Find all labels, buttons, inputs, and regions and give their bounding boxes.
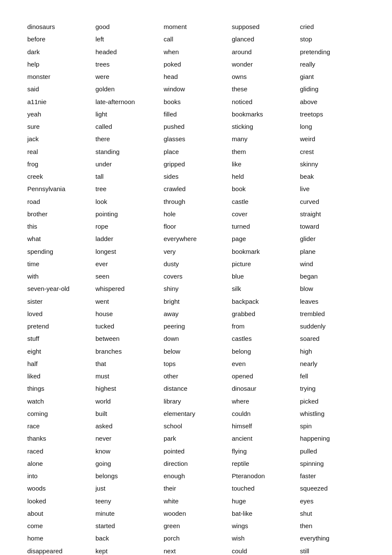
list-item: them (230, 145, 298, 158)
list-item: loved (26, 308, 94, 320)
list-item: branches (94, 345, 162, 357)
list-item: soared (298, 332, 366, 345)
list-item: help (26, 58, 94, 70)
list-item: ancient (230, 432, 298, 445)
list-item: blue (230, 270, 298, 282)
list-item: touched (230, 482, 298, 494)
list-item: hole (162, 208, 230, 220)
list-item: porch (162, 532, 230, 544)
list-item: flying (230, 445, 298, 457)
list-item: going (94, 457, 162, 470)
list-item: woods (26, 482, 94, 494)
list-item: pulled (298, 445, 366, 457)
list-item: liked (26, 370, 94, 382)
list-item: backpack (230, 295, 298, 308)
list-item: bright (162, 295, 230, 308)
list-item: pretend (26, 320, 94, 332)
list-item: silk (230, 282, 298, 295)
list-item: real (26, 145, 94, 158)
list-item: happening (298, 432, 366, 445)
list-item: pretending (298, 46, 366, 58)
list-item: glasses (162, 133, 230, 145)
list-item: pushed (162, 120, 230, 133)
list-item: teeny (94, 495, 162, 507)
list-item: about (26, 507, 94, 520)
list-item: trembled (298, 308, 366, 320)
list-item: pointed (162, 445, 230, 457)
list-item: world (94, 395, 162, 407)
list-item: come (26, 520, 94, 532)
list-item: late-afternoon (94, 96, 162, 108)
list-item: sticking (230, 120, 298, 133)
list-item: disappeared (26, 545, 94, 555)
list-item: curved (298, 195, 366, 208)
list-item: castle (230, 195, 298, 208)
list-item: crawled (162, 183, 230, 195)
list-item: minute (94, 507, 162, 520)
list-item: that (94, 357, 162, 370)
list-item: yeah (26, 108, 94, 120)
list-item: even (230, 357, 298, 370)
list-item: park (162, 432, 230, 445)
list-item: green (162, 520, 230, 532)
list-item: leaves (298, 295, 366, 308)
word-grid: dinosaursgoodmomentsupposedcriedbeforele… (26, 20, 366, 555)
list-item: head (162, 70, 230, 83)
list-item: kept (94, 545, 162, 555)
list-item: time (26, 258, 94, 270)
list-item: gliding (298, 83, 366, 95)
list-item: glider (298, 232, 366, 245)
list-item: tucked (94, 320, 162, 332)
list-item: faster (298, 470, 366, 482)
list-item: spin (298, 420, 366, 432)
list-item: tree (94, 183, 162, 195)
list-item: elementary (162, 407, 230, 420)
list-item: direction (162, 457, 230, 470)
list-item: library (162, 395, 230, 407)
list-item: other (162, 370, 230, 382)
list-item: opened (230, 370, 298, 382)
list-item: things (26, 382, 94, 395)
list-item: supposed (230, 20, 298, 33)
list-item: ever (94, 258, 162, 270)
list-item: toward (298, 220, 366, 232)
list-item: thanks (26, 432, 94, 445)
list-item: books (162, 96, 230, 108)
list-item: road (26, 195, 94, 208)
list-item: were (94, 70, 162, 83)
list-item: enough (162, 470, 230, 482)
list-item: must (94, 370, 162, 382)
list-item: sister (26, 295, 94, 308)
list-item: nearly (298, 357, 366, 370)
list-item: high (298, 345, 366, 357)
list-item: race (26, 420, 94, 432)
list-item: many (230, 133, 298, 145)
list-item: with (26, 270, 94, 282)
list-item: long (298, 120, 366, 133)
list-item: castles (230, 332, 298, 345)
list-item: coming (26, 407, 94, 420)
list-item: started (94, 520, 162, 532)
list-item: when (162, 46, 230, 58)
list-item: stuff (26, 332, 94, 345)
list-item: tops (162, 357, 230, 370)
list-item: floor (162, 220, 230, 232)
list-item: like (230, 158, 298, 170)
list-item: there (94, 133, 162, 145)
list-item: poked (162, 58, 230, 70)
list-item: belongs (94, 470, 162, 482)
list-item: dark (26, 46, 94, 58)
list-item: went (94, 295, 162, 308)
list-item: said (26, 83, 94, 95)
list-item: peering (162, 320, 230, 332)
list-item: weird (298, 133, 366, 145)
list-item: treetops (298, 108, 366, 120)
list-item: live (298, 183, 366, 195)
list-item: light (94, 108, 162, 120)
list-item: grabbed (230, 308, 298, 320)
list-item: dinosaur (230, 382, 298, 395)
list-item: Pteranodon (230, 470, 298, 482)
list-item: watch (26, 395, 94, 407)
list-item: noticed (230, 96, 298, 108)
list-item: asked (94, 420, 162, 432)
